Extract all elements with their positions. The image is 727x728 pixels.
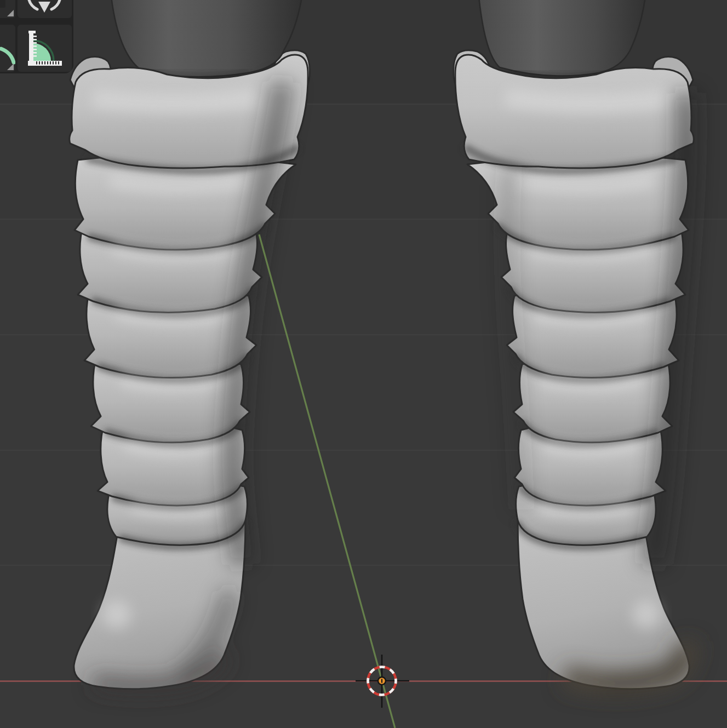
tool-button-measure[interactable] — [18, 25, 72, 72]
tool-button-green-arc-group[interactable] — [0, 25, 15, 72]
viewport-window — [0, 0, 727, 728]
tool-button-group-top-left[interactable] — [0, 0, 15, 18]
tool-group-indicator-icon — [7, 10, 14, 16]
left-foot-highlight — [102, 600, 131, 629]
tool-group-indicator-icon — [7, 64, 14, 70]
cropped-tool-icon — [0, 0, 5, 8]
viewport-canvas[interactable] — [0, 0, 727, 728]
right-foot-highlight — [632, 600, 661, 629]
circular-arrow-down-icon — [18, 0, 72, 18]
tool-button-circular-arrow[interactable] — [18, 0, 72, 18]
measure-protractor-icon — [27, 29, 63, 68]
toolbar — [0, 0, 73, 73]
